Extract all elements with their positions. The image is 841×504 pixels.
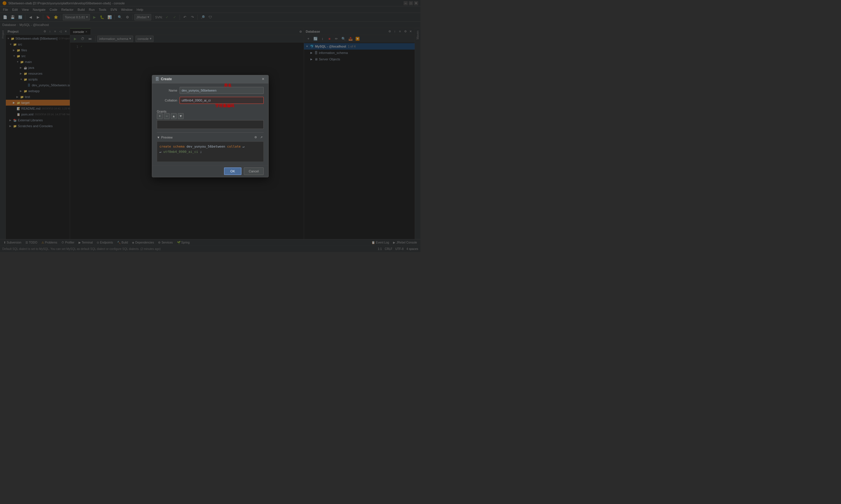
name-form-row: Name 库名 bbox=[157, 87, 264, 94]
collation-annotation: 字符集编码 bbox=[215, 103, 234, 108]
grants-label: Grants bbox=[157, 110, 167, 113]
preview-title[interactable]: ▼ Preview bbox=[157, 136, 173, 139]
preview-semicolon: ; bbox=[200, 150, 202, 154]
collation-label: Collation bbox=[157, 98, 177, 102]
modal-close-button[interactable]: ✕ bbox=[261, 77, 265, 82]
preview-icons: ⚙ ↗ bbox=[253, 135, 264, 140]
preview-external-icon[interactable]: ↗ bbox=[259, 135, 264, 140]
grants-section: Grants + − ▲ ▼ bbox=[157, 110, 264, 129]
preview-wrap2: ↵ bbox=[159, 150, 161, 154]
grants-down-button[interactable]: ▼ bbox=[178, 113, 184, 119]
collation-form-row: Collation 字符集编码 bbox=[157, 97, 264, 104]
modal-title-group: 🗄 Create bbox=[155, 77, 172, 82]
name-label: Name bbox=[157, 89, 177, 92]
grants-toolbar: + − ▲ ▼ bbox=[157, 113, 264, 119]
preview-settings-icon[interactable]: ⚙ bbox=[253, 135, 258, 140]
preview-section: ▼ Preview ⚙ ↗ create schema dev_yunyou_5… bbox=[157, 132, 264, 162]
modal-titlebar: 🗄 Create ✕ bbox=[152, 75, 268, 84]
grants-remove-button[interactable]: − bbox=[164, 113, 170, 119]
grants-list bbox=[157, 120, 264, 129]
collation-input[interactable] bbox=[179, 97, 264, 104]
preview-code: create schema dev_yunyou_56between colla… bbox=[157, 142, 264, 162]
cancel-button[interactable]: Cancel bbox=[244, 167, 264, 175]
modal-footer: OK Cancel bbox=[152, 165, 268, 177]
grants-add-button[interactable]: + bbox=[157, 113, 162, 119]
preview-collapse-icon: ▼ bbox=[157, 136, 160, 139]
modal-title-label: Create bbox=[161, 77, 172, 81]
preview-wrap: ↵ bbox=[243, 145, 245, 148]
create-dialog: 🗄 Create ✕ Name 库名 Collation 字符集编码 bbox=[152, 75, 269, 177]
grants-up-button[interactable]: ▲ bbox=[171, 113, 177, 119]
name-input[interactable] bbox=[179, 87, 264, 94]
preview-schema-name: dev_yunyou_56between bbox=[187, 145, 225, 148]
preview-collation-value: utf8mb4_0900_ai_ci bbox=[163, 150, 198, 154]
preview-kw-collate: collate bbox=[227, 145, 241, 148]
modal-icon: 🗄 bbox=[155, 77, 159, 82]
preview-kw-schema: schema bbox=[173, 145, 185, 148]
preview-label: Preview bbox=[161, 136, 173, 139]
ok-button[interactable]: OK bbox=[224, 167, 241, 175]
modal-overlay: 🗄 Create ✕ Name 库名 Collation 字符集编码 bbox=[0, 0, 420, 252]
preview-kw-create: create bbox=[159, 145, 171, 148]
preview-header: ▼ Preview ⚙ ↗ bbox=[157, 135, 264, 140]
modal-body: Name 库名 Collation 字符集编码 Grants + − ▲ ▼ bbox=[152, 84, 268, 165]
